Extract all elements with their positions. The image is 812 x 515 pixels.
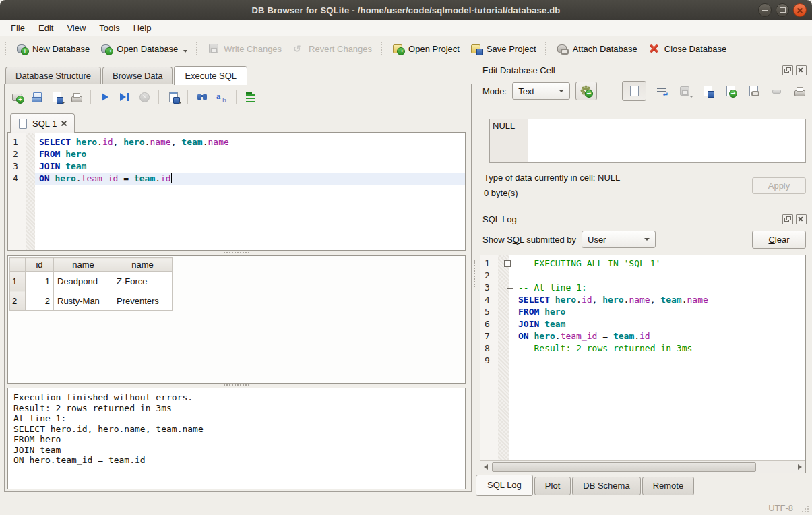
menu-tools[interactable]: Tools	[92, 22, 126, 34]
sql-log-content[interactable]: 1-- EXECUTING ALL IN 'SQL 1'2--3-- At li…	[480, 255, 805, 461]
text-doc-button[interactable]	[622, 81, 646, 101]
write-changes-button: Write Changes	[202, 40, 287, 57]
code-line[interactable]: FROM hero	[35, 148, 465, 160]
dock-tab-db-schema[interactable]: DB Schema	[572, 477, 640, 495]
sql-editor[interactable]: 1234 SELECT hero.id, hero.name, team.nam…	[7, 132, 466, 251]
app-window: DB Browser for SQLite - /home/user/code/…	[0, 0, 812, 515]
maximize-button[interactable]	[776, 3, 789, 17]
execute-button[interactable]	[98, 90, 113, 104]
horizontal-scrollbar[interactable]	[480, 460, 805, 473]
tab-execute-sql[interactable]: Execute SQL	[174, 66, 247, 85]
code-line[interactable]: JOIN team	[35, 160, 465, 173]
mode-select[interactable]: Text	[512, 82, 570, 100]
menu-view[interactable]: View	[60, 22, 92, 34]
cell[interactable]: 2	[26, 291, 54, 311]
column-header-name-1[interactable]: name	[54, 258, 113, 272]
close-database-button[interactable]: Close Database	[643, 40, 732, 57]
word-wrap-button[interactable]	[654, 84, 669, 98]
find-button[interactable]	[195, 90, 210, 104]
scroll-left-icon[interactable]	[480, 462, 491, 473]
table-row[interactable]: 22Rusty-ManPreventers	[10, 291, 173, 311]
menu-edit[interactable]: Edit	[32, 22, 60, 34]
log-line: 9	[480, 355, 805, 367]
export-csv-button[interactable]	[166, 90, 181, 104]
open-project-button[interactable]: Open Project	[387, 40, 465, 57]
menu-bar: FileEditViewToolsHelp	[0, 20, 812, 36]
scrollbar-thumb[interactable]	[492, 462, 756, 472]
print-cell-button[interactable]	[792, 84, 807, 98]
dropdown-caret-icon[interactable]	[61, 102, 65, 104]
scroll-right-icon[interactable]	[794, 462, 805, 473]
submitted-by-select[interactable]: User	[582, 231, 656, 248]
float-panel-icon[interactable]	[782, 65, 793, 75]
new-tab-button[interactable]	[10, 90, 25, 104]
fold-marker-icon[interactable]	[502, 258, 516, 270]
float-panel-icon[interactable]	[782, 214, 793, 224]
clear-button[interactable]: Clear	[752, 231, 806, 249]
cell[interactable]: 1	[26, 272, 54, 291]
menu-help[interactable]: Help	[127, 22, 158, 34]
auto-switch-mode-button[interactable]	[575, 82, 597, 100]
log-line: 3-- At line 1:	[480, 282, 805, 294]
log-code: ON hero.team_id = team.id	[516, 330, 805, 342]
close-panel-icon[interactable]	[796, 65, 807, 75]
attach-database-button[interactable]: Attach Database	[551, 40, 643, 57]
log-line-number: 8	[480, 342, 502, 355]
splitter-handle-icon	[224, 252, 249, 253]
tab-sql-1[interactable]: SQL 1	[10, 113, 75, 133]
cell-value-input[interactable]	[528, 119, 805, 162]
close-window-button[interactable]	[793, 3, 807, 17]
format-sql-button[interactable]	[243, 90, 258, 104]
link-cell-icon	[747, 85, 759, 97]
fold-marker-icon[interactable]	[502, 270, 516, 282]
splitter-results-message[interactable]	[7, 382, 466, 388]
cell[interactable]: Rusty-Man	[54, 291, 113, 311]
log-code: FROM hero	[516, 306, 805, 318]
column-header-name-2[interactable]: name	[113, 258, 173, 272]
mode-value: Text	[518, 86, 534, 96]
title-bar[interactable]: DB Browser for SQLite - /home/user/code/…	[0, 0, 812, 20]
autocomplete-button[interactable]	[214, 90, 229, 104]
grid-corner-cell[interactable]	[10, 258, 26, 272]
dropdown-caret-icon[interactable]	[178, 102, 182, 104]
execute-line-button[interactable]	[117, 90, 132, 104]
table-row[interactable]: 11DeadpondZ-Force	[10, 272, 173, 291]
dock-tab-remote[interactable]: Remote	[642, 477, 695, 495]
tab-browse-data[interactable]: Browse Data	[102, 67, 173, 84]
splitter-editor-results[interactable]	[7, 250, 466, 255]
minimize-button[interactable]	[758, 3, 772, 17]
save-sql-button[interactable]	[49, 90, 64, 104]
resize-grip[interactable]	[801, 504, 809, 512]
row-header[interactable]: 2	[10, 291, 26, 311]
log-code: JOIN team	[516, 318, 805, 330]
cell[interactable]: Preventers	[113, 291, 173, 311]
row-header[interactable]: 1	[10, 272, 26, 291]
open-database-button[interactable]: Open Database	[95, 40, 193, 57]
close-tab-icon[interactable]	[60, 119, 68, 127]
save-project-button[interactable]: Save Project	[465, 40, 542, 57]
code-line[interactable]: SELECT hero.id, hero.name, team.name	[35, 136, 465, 148]
dock-tab-bar: SQL LogPlotDB SchemaRemote	[476, 477, 695, 498]
cell[interactable]: Deadpond	[54, 272, 113, 291]
cell-value-editor[interactable]: NULL	[489, 119, 806, 163]
editor-code-area[interactable]: SELECT hero.id, hero.name, team.nameFROM…	[35, 133, 465, 250]
dropdown-caret-icon[interactable]	[183, 50, 187, 53]
new-database-button[interactable]: New Database	[11, 40, 95, 57]
open-sql-button[interactable]	[30, 90, 44, 104]
code-line[interactable]: ON hero.team_id = team.id	[35, 173, 465, 185]
menu-file[interactable]: File	[4, 22, 32, 34]
log-code: SELECT hero.id, hero.name, team.name	[516, 294, 805, 306]
cell-type-info: Type of data currently in cell: NULL	[484, 173, 620, 183]
cell[interactable]: Z-Force	[113, 272, 173, 291]
export-cell-button[interactable]	[723, 84, 738, 98]
link-cell-button[interactable]	[746, 84, 761, 98]
import-cell-button[interactable]	[700, 84, 715, 98]
dock-tab-sql-log[interactable]: SQL Log	[476, 475, 533, 496]
print-button[interactable]	[69, 90, 84, 104]
dropdown-caret-icon[interactable]	[689, 96, 693, 98]
fold-marker-icon[interactable]	[502, 282, 516, 294]
tab-database-structure[interactable]: Database Structure	[5, 67, 101, 84]
dock-tab-plot[interactable]: Plot	[534, 477, 571, 495]
column-header-id-0[interactable]: id	[26, 258, 54, 272]
close-panel-icon[interactable]	[796, 214, 807, 224]
